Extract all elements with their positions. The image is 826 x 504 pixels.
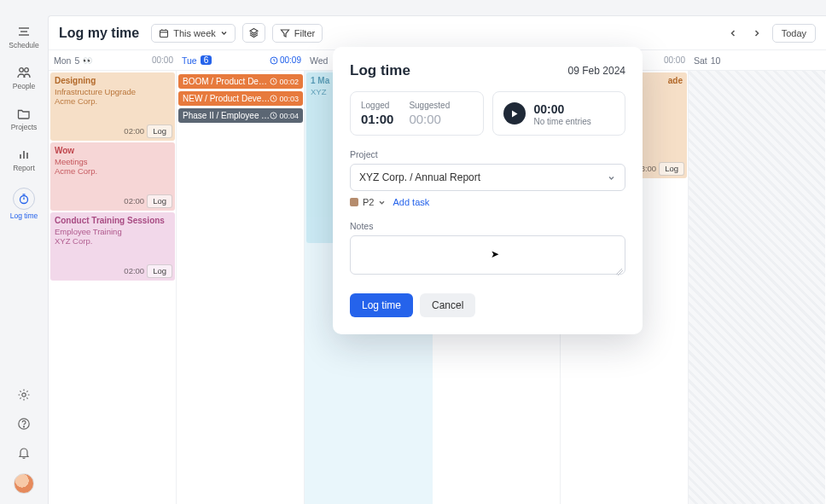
logged-suggested-card: Logged 01:00 Suggested 00:00 (350, 91, 484, 136)
play-button[interactable] (503, 102, 526, 125)
timer-value: 00:00 (534, 102, 591, 116)
modal-overlay: Log time 09 Feb 2024 Logged 01:00 Sugges… (0, 0, 826, 504)
chevron-down-icon (378, 199, 386, 206)
submit-button[interactable]: Log time (350, 293, 413, 317)
logged-label: Logged (361, 101, 393, 110)
project-value: XYZ Corp. / Annual Report (359, 171, 480, 183)
project-label: Project (350, 149, 625, 159)
suggested-label: Suggested (409, 101, 450, 110)
add-task-link[interactable]: Add task (393, 197, 429, 207)
logged-value[interactable]: 01:00 (361, 112, 393, 126)
suggested-value: 00:00 (409, 112, 450, 126)
timer-card: 00:00 No time entries (492, 91, 626, 136)
timer-sub: No time entries (534, 117, 591, 126)
chevron-down-icon (607, 173, 616, 182)
project-select[interactable]: XYZ Corp. / Annual Report (350, 164, 625, 191)
modal-date: 09 Feb 2024 (568, 65, 625, 77)
log-time-modal: Log time 09 Feb 2024 Logged 01:00 Sugges… (333, 47, 643, 334)
notes-input[interactable] (350, 235, 625, 275)
notes-label: Notes (350, 221, 625, 231)
tag-color-swatch (350, 198, 358, 206)
task-tag[interactable]: P2 (350, 197, 386, 207)
svg-marker-24 (512, 110, 518, 117)
modal-title: Log time (350, 62, 410, 79)
cancel-button[interactable]: Cancel (420, 293, 475, 317)
